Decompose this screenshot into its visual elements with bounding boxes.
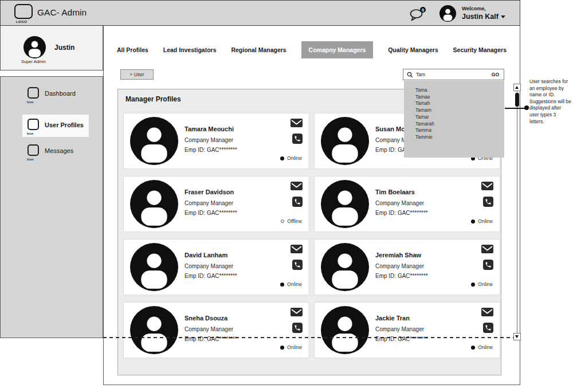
status-text: Online (287, 155, 302, 161)
employee-id: Emp ID: GAC******** (375, 273, 428, 279)
status-badge: Offline (281, 218, 302, 224)
suggestion-item[interactable]: Tamarah (415, 121, 504, 128)
mail-icon[interactable] (291, 119, 303, 130)
mail-icon[interactable] (481, 245, 493, 256)
sidebar-profile: Justin Super Admin (0, 26, 103, 70)
profile-card: David Lanham Company Manager Emp ID: GAC… (123, 239, 309, 295)
employee-name: Jeremiah Shaw (375, 252, 421, 258)
dashboard-icon (28, 87, 39, 99)
scroll-down-button[interactable] (513, 333, 521, 340)
user-profiles-icon (28, 119, 39, 130)
employee-name: Jackie Tran (375, 315, 410, 322)
status-dot (280, 346, 284, 350)
suggestion-item[interactable]: Tamah (415, 100, 504, 107)
tab-all-profiles[interactable]: All Profiles (117, 46, 148, 53)
employee-role: Company Manager (185, 326, 233, 332)
employee-name: Fraser Davidson (185, 189, 234, 195)
tab-regional-managers[interactable]: Regional Managers (231, 46, 286, 53)
logo-caption: LOGO (16, 20, 27, 23)
arrow-down-icon (515, 335, 519, 338)
phone-icon[interactable] (292, 260, 303, 270)
phone-icon[interactable] (292, 323, 303, 333)
icon-caption: Icon (27, 100, 33, 104)
phone-icon[interactable] (483, 197, 493, 207)
status-text: Online (478, 218, 493, 224)
status-badge: Online (471, 281, 493, 287)
phone-icon[interactable] (292, 197, 303, 207)
avatar (130, 180, 178, 228)
sidebar-item-label: Messages (45, 147, 73, 154)
employee-id: Emp ID: GAC******** (375, 210, 428, 216)
phone-icon[interactable] (483, 323, 493, 333)
sidebar-item-dashboard[interactable]: Icon Dashboard (0, 83, 103, 108)
status-badge: Online (280, 155, 302, 161)
chevron-down-icon[interactable] (501, 15, 505, 18)
status-badge: Online (471, 344, 493, 350)
status-dot (280, 156, 284, 160)
sidebar-item-label: User Profiles (45, 121, 84, 128)
phone-icon[interactable] (483, 260, 493, 270)
employee-name: Susan Mc (375, 126, 405, 132)
employee-id: Emp ID: GAC******** (185, 210, 237, 216)
status-text: Online (287, 281, 302, 287)
phone-icon[interactable] (292, 134, 303, 144)
search-input[interactable] (416, 72, 479, 77)
employee-name: Tim Boelaars (375, 189, 415, 195)
profile-card: Tamara Meouchi Company Manager Emp ID: G… (123, 113, 309, 169)
user-name: Justin Kalf (462, 13, 499, 21)
avatar (321, 180, 369, 228)
sidebar-item-user-profiles[interactable]: Icon User Profiles (0, 115, 103, 140)
status-text: Online (287, 344, 302, 350)
scrollbar (512, 84, 521, 340)
tab-quality-managers[interactable]: Quality Managers (388, 46, 438, 53)
suggestion-item[interactable]: Tamma (415, 127, 504, 134)
mail-icon[interactable] (291, 245, 303, 256)
scrollbar-track[interactable] (517, 87, 517, 337)
sidebar-item-messages[interactable]: Icon Messages (0, 140, 103, 166)
arrow-up-icon (515, 86, 519, 89)
profile-card: Sneha Dsouza Company Manager Emp ID: GAC… (123, 302, 309, 358)
annotation-dot (524, 105, 529, 110)
tab-bar: All Profiles Lead Investigators Regional… (103, 41, 520, 58)
status-dot (281, 219, 284, 223)
profile-card: Jackie Tran Company Manager Emp ID: GAC*… (314, 302, 500, 358)
messages-icon (28, 144, 39, 156)
suggestion-item[interactable]: Tamar (415, 114, 504, 121)
employee-name: David Lanham (185, 252, 227, 258)
avatar (321, 117, 369, 165)
search-go-button[interactable]: GO (492, 72, 504, 77)
status-text: Online (478, 281, 493, 287)
scrollbar-thumb[interactable] (515, 93, 519, 107)
status-dot (471, 283, 475, 287)
suggestion-item[interactable]: Tamam (415, 107, 504, 114)
mail-icon[interactable] (481, 308, 493, 319)
avatar (130, 117, 178, 165)
status-badge: Online (280, 344, 302, 350)
employee-role: Company Manager (185, 263, 233, 269)
mail-icon[interactable] (291, 308, 303, 319)
header-bar: LOGO GAC- Admin 0 Welcome, Justin Kalf (0, 0, 520, 26)
status-dot (471, 346, 475, 350)
status-text: Offline (287, 218, 302, 224)
chat-icon[interactable]: 0 (409, 6, 427, 23)
suggestion-item[interactable]: Tamae (415, 94, 504, 101)
tab-company-managers[interactable]: Comapny Managers (301, 41, 374, 58)
status-dot (280, 283, 284, 287)
status-badge: Online (280, 281, 302, 287)
employee-role: Company Manager (185, 137, 233, 143)
profile-card: Jeremiah Shaw Company Manager Emp ID: GA… (314, 239, 500, 295)
tab-security-managers[interactable]: Security Managers (453, 46, 507, 53)
mail-icon[interactable] (481, 182, 493, 193)
header-avatar[interactable] (439, 5, 456, 22)
suggestion-item[interactable]: Tama (415, 87, 504, 94)
tab-lead-investigators[interactable]: Lead Investigators (163, 46, 217, 53)
scroll-up-button[interactable] (513, 84, 521, 91)
chat-badge: 0 (422, 7, 424, 13)
page-title: Manager Profiles (125, 95, 181, 103)
status-text: Online (478, 344, 493, 350)
add-user-button[interactable]: + User (120, 69, 154, 80)
annotation-connector-line (505, 108, 526, 109)
mail-icon[interactable] (291, 182, 303, 193)
suggestion-item[interactable]: Tammie (415, 134, 504, 141)
sidebar-profile-name: Justin (54, 44, 74, 52)
